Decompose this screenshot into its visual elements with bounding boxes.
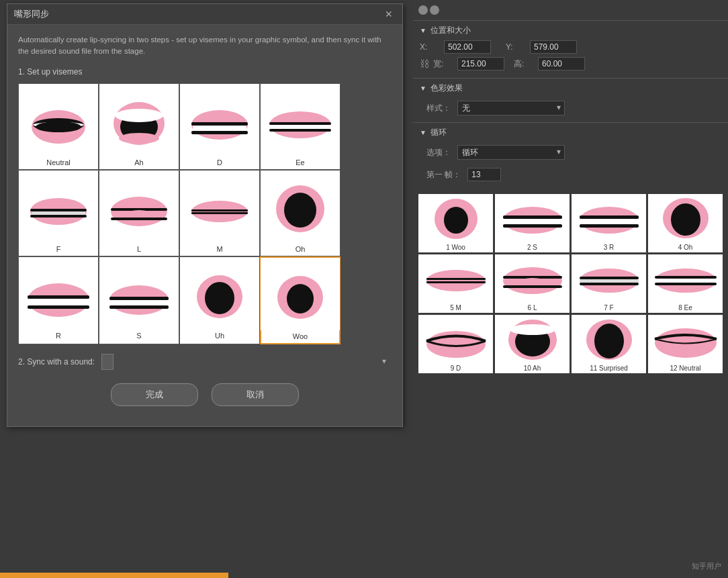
svg-rect-35: [109, 300, 169, 305]
frame-11-surprised[interactable]: 11 Surprised: [572, 315, 646, 373]
viseme-d-label: D: [180, 156, 259, 169]
width-label: 宽:: [433, 58, 453, 70]
svg-point-56: [671, 203, 700, 236]
x-input[interactable]: [444, 40, 491, 54]
frame-11-label: 11 Surprised: [572, 363, 646, 373]
loop-section: ▼ 循环 选项： 循环 第一 帧：: [413, 122, 728, 191]
viseme-m[interactable]: M: [179, 170, 260, 256]
viseme-l-img: [99, 171, 179, 243]
svg-rect-36: [109, 305, 169, 309]
dot-circle-1: [418, 5, 428, 15]
loop-option-label: 选项：: [426, 147, 451, 158]
color-collapse-arrow[interactable]: ▼: [420, 85, 426, 92]
viseme-oh-img: [261, 171, 340, 243]
frame-10-ah[interactable]: 10 Ah: [495, 315, 570, 373]
svg-point-81: [510, 324, 555, 335]
frame-5-m[interactable]: 5 M: [418, 254, 493, 313]
step1-label: 1. Set up visemes: [18, 67, 392, 77]
style-select[interactable]: 无: [457, 101, 565, 115]
dialog-titlebar: 嘴形同步 ✕: [7, 4, 402, 25]
viseme-s-img: [99, 257, 179, 330]
svg-rect-30: [28, 295, 89, 299]
viseme-r[interactable]: R: [18, 256, 99, 344]
loop-collapse-arrow[interactable]: ▼: [420, 129, 426, 136]
frame-3-r[interactable]: 3 R: [572, 194, 646, 252]
viseme-oh[interactable]: Oh: [260, 170, 340, 256]
viseme-oh-label: Oh: [261, 243, 340, 256]
viseme-grid: Neutral Ah: [18, 83, 392, 344]
svg-rect-53: [580, 224, 639, 228]
frame-8-ee[interactable]: 8 Ee: [648, 254, 723, 313]
viseme-l[interactable]: L: [99, 170, 179, 256]
viseme-uh-img: [180, 257, 259, 330]
svg-point-40: [287, 284, 314, 314]
frame-4-oh[interactable]: 4 Oh: [648, 194, 723, 252]
xy-row: X: Y:: [420, 40, 721, 54]
viseme-neutral[interactable]: Neutral: [18, 83, 99, 170]
frame-10-label: 10 Ah: [495, 363, 570, 373]
frame-9-label: 9 D: [418, 363, 493, 373]
svg-rect-17: [30, 209, 87, 211]
svg-rect-69: [580, 279, 639, 283]
svg-rect-26: [191, 212, 248, 214]
sync-select[interactable]: [101, 354, 113, 370]
svg-rect-23: [111, 218, 167, 220]
loop-title: ▼ 循环: [420, 127, 721, 138]
frame-1-woo[interactable]: 1 Woo: [418, 194, 493, 252]
viseme-d[interactable]: D: [179, 83, 260, 170]
height-input[interactable]: [538, 57, 585, 70]
svg-rect-74: [655, 279, 717, 283]
svg-rect-25: [191, 209, 248, 211]
frame-2-s[interactable]: 2 S: [495, 194, 570, 252]
dialog-body: Automatically create lip-syncing in two …: [7, 25, 402, 426]
style-row: 样式： 无: [420, 98, 721, 118]
top-dots: [413, 0, 728, 20]
viseme-s[interactable]: S: [99, 256, 179, 344]
svg-rect-70: [580, 283, 639, 285]
frame-5-label: 5 M: [418, 303, 493, 313]
collapse-arrow[interactable]: ▼: [420, 27, 426, 34]
frame-12-neutral[interactable]: 12 Neutral: [648, 315, 723, 373]
svg-rect-11: [191, 131, 248, 134]
y-input[interactable]: [530, 40, 577, 54]
frame-9-d[interactable]: 9 D: [418, 315, 493, 373]
viseme-m-label: M: [180, 243, 259, 256]
close-button[interactable]: ✕: [382, 9, 396, 19]
frame-6-label: 6 L: [495, 303, 570, 313]
frame-1-label: 1 Woo: [418, 242, 493, 252]
viseme-uh[interactable]: Uh: [179, 256, 260, 344]
viseme-woo[interactable]: Woo: [260, 256, 340, 344]
svg-rect-19: [30, 215, 87, 218]
svg-rect-75: [655, 283, 717, 285]
svg-point-3: [36, 122, 81, 132]
style-select-wrap: 无: [457, 101, 565, 115]
frame-2-label: 2 S: [495, 242, 570, 252]
cancel-button[interactable]: 取消: [212, 383, 299, 406]
viseme-r-img: [19, 257, 98, 330]
viseme-ah[interactable]: Ah: [99, 83, 179, 170]
svg-point-58: [426, 270, 486, 291]
svg-rect-14: [269, 125, 331, 129]
first-frame-input[interactable]: [467, 168, 501, 181]
frame-3-label: 3 R: [572, 242, 646, 252]
viseme-l-label: L: [99, 243, 179, 256]
viseme-ee[interactable]: Ee: [260, 83, 340, 170]
svg-rect-18: [32, 211, 85, 215]
frame-7-label: 7 F: [572, 303, 646, 313]
complete-button[interactable]: 完成: [111, 383, 198, 406]
frame-6-l[interactable]: 6 L: [495, 254, 570, 313]
svg-rect-52: [580, 219, 639, 224]
svg-rect-59: [426, 278, 486, 280]
loop-select[interactable]: 循环: [457, 145, 565, 160]
svg-rect-15: [269, 129, 331, 132]
viseme-f[interactable]: F: [18, 170, 99, 256]
svg-point-84: [594, 324, 624, 358]
viseme-f-label: F: [19, 243, 98, 256]
width-input[interactable]: [457, 57, 504, 70]
dot-circle-2: [430, 5, 439, 15]
viseme-ee-label: Ee: [261, 156, 340, 169]
frame-7-f[interactable]: 7 F: [572, 254, 646, 313]
svg-point-7: [119, 133, 159, 144]
svg-rect-9: [191, 122, 248, 126]
height-label: 高:: [514, 58, 534, 70]
